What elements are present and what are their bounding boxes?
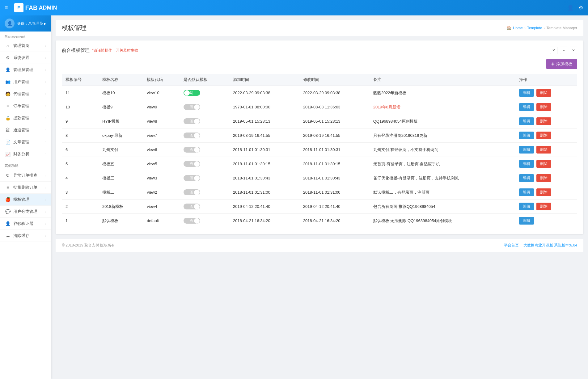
home-icon: ⌂ bbox=[5, 43, 11, 48]
breadcrumb-home[interactable]: Home bbox=[513, 26, 523, 30]
sidebar-item-user[interactable]: 👥 用户管理 › bbox=[0, 76, 51, 88]
card-collapse-button[interactable]: − bbox=[560, 47, 567, 54]
toggle-off[interactable]: 否 bbox=[184, 218, 200, 224]
sidebar-item-clear-cache[interactable]: ☁ 清除缓存 › bbox=[0, 230, 51, 242]
sidebar-item-channel[interactable]: 🏛 通道管理 › bbox=[0, 124, 51, 136]
sidebar-item-order[interactable]: ≡ 订单管理 › bbox=[0, 100, 51, 112]
card-close-button[interactable]: ✕ bbox=[570, 47, 577, 54]
sidebar-item-user-category[interactable]: 💬 用户分类管理 › bbox=[0, 206, 51, 218]
table-row: 5 模板五 view5 否 2018-11-01 01:30:15 2018-1… bbox=[62, 157, 577, 171]
header: ≡ F FAB ADMIN 👤 ⚙ bbox=[0, 0, 588, 15]
chevron-right-icon: › bbox=[45, 92, 46, 96]
chevron-right-icon: › bbox=[45, 68, 46, 72]
cell-name: 模板五 bbox=[99, 157, 143, 171]
sidebar-item-withdraw[interactable]: 🔒 提款管理 › bbox=[0, 112, 51, 124]
toggle-off[interactable]: 否 bbox=[184, 104, 200, 110]
delete-button[interactable]: 删除 bbox=[536, 203, 551, 210]
cell-modify-time: 2019-05-01 15:28:13 bbox=[299, 114, 370, 128]
breadcrumb-home-icon[interactable]: 🏠 bbox=[507, 26, 511, 30]
toggle-off[interactable]: 否 bbox=[184, 189, 200, 195]
cell-remark: QQ1968984054原创模板 bbox=[370, 114, 515, 128]
toggle-off[interactable]: 否 bbox=[184, 133, 200, 138]
footer-home-link[interactable]: 平台首页 bbox=[504, 243, 519, 248]
google-auth-icon: 👤 bbox=[5, 221, 11, 226]
logo-admin-text: ADMIN bbox=[39, 5, 57, 11]
sidebar-item-article[interactable]: 📄 文章管理 › bbox=[0, 136, 51, 148]
chevron-right-icon: › bbox=[45, 234, 46, 238]
sidebar-identity[interactable]: 👤 身份：总管理员 ▶ bbox=[0, 15, 51, 32]
lock-icon: 🔒 bbox=[5, 116, 11, 120]
edit-button[interactable]: 编辑 bbox=[519, 203, 534, 210]
delete-button[interactable]: 删除 bbox=[536, 160, 551, 168]
cell-code: view9 bbox=[143, 100, 180, 114]
cell-default: 否 bbox=[180, 200, 229, 214]
toggle-off[interactable]: 否 bbox=[184, 175, 200, 181]
template-icon: 🍎 bbox=[5, 197, 11, 202]
sidebar-item-label: 异常订单排查 bbox=[13, 173, 45, 178]
sidebar-item-finance[interactable]: 📈 财务分析 › bbox=[0, 148, 51, 160]
card-minimize-button[interactable]: ✕ bbox=[550, 47, 557, 54]
toggle-off[interactable]: 否 bbox=[184, 118, 200, 124]
delete-button[interactable]: 删除 bbox=[536, 89, 551, 97]
agent-icon: 🧑 bbox=[5, 91, 11, 96]
sidebar-item-system[interactable]: ⚙ 系统设置 › bbox=[0, 52, 51, 64]
settings-icon[interactable]: ⚙ bbox=[578, 4, 583, 11]
cell-add-time: 2018-11-01 01:30:15 bbox=[229, 157, 299, 171]
cell-id: 6 bbox=[62, 143, 99, 157]
breadcrumb-sep2: › bbox=[544, 26, 545, 30]
copyright-text: © 2018-2019 聚合支付 版权所有 bbox=[62, 243, 115, 248]
cell-code: view4 bbox=[143, 200, 180, 214]
cell-default: 否 bbox=[180, 128, 229, 143]
logo-icon: F bbox=[14, 3, 23, 12]
delete-button[interactable]: 删除 bbox=[536, 174, 551, 182]
cell-code: view8 bbox=[143, 114, 180, 128]
sidebar-item-label: 提款管理 bbox=[13, 115, 45, 121]
add-template-button[interactable]: ✚ 添加模板 bbox=[546, 59, 577, 69]
chevron-right-icon: › bbox=[45, 210, 46, 213]
gear-icon: ⚙ bbox=[5, 55, 11, 60]
toggle-off[interactable]: 否 bbox=[184, 204, 200, 209]
footer-platform-link[interactable]: 大数据商业开源版 系统版本:6.04 bbox=[523, 243, 577, 248]
sidebar-item-batch-delete[interactable]: ≡ 批量删除订单 › bbox=[0, 182, 51, 194]
toggle-off[interactable]: 否 bbox=[184, 147, 200, 153]
edit-button[interactable]: 编辑 bbox=[519, 188, 534, 196]
delete-button[interactable]: 删除 bbox=[536, 117, 551, 125]
delete-button[interactable]: 删除 bbox=[536, 103, 551, 111]
col-action: 操作 bbox=[515, 74, 577, 86]
cell-default: 否 bbox=[180, 114, 229, 128]
col-remark: 备注 bbox=[370, 74, 515, 86]
cell-modify-time: 2019-04-12 20:41:40 bbox=[299, 200, 370, 214]
cell-id: 2 bbox=[62, 200, 99, 214]
sidebar-item-home[interactable]: ⌂ 管理首页 › bbox=[0, 40, 51, 52]
sidebar-item-agent[interactable]: 🧑 代理管理 › bbox=[0, 88, 51, 100]
edit-button[interactable]: 编辑 bbox=[519, 132, 534, 139]
cell-remark: 雀仔优化模板-有登录页，注册页，支持手机浏览 bbox=[370, 171, 515, 185]
cell-remark: 包含所有页面-推荐QQ1968984054 bbox=[370, 200, 515, 214]
edit-button[interactable]: 编辑 bbox=[519, 103, 534, 111]
delete-button[interactable]: 删除 bbox=[536, 188, 551, 196]
toggle-on[interactable]: 是 bbox=[184, 90, 200, 96]
edit-button[interactable]: 编辑 bbox=[519, 174, 534, 182]
delete-button[interactable]: 删除 bbox=[536, 146, 551, 154]
plus-icon: ✚ bbox=[551, 62, 555, 66]
col-modify-time: 修改时间 bbox=[299, 74, 370, 86]
table-row: 9 HYIP模板 view8 否 2019-05-01 15:28:13 201… bbox=[62, 114, 577, 128]
col-code: 模板代码 bbox=[143, 74, 180, 86]
sidebar-item-template[interactable]: 🍎 模板管理 › bbox=[0, 194, 51, 206]
toggle-off[interactable]: 否 bbox=[184, 161, 200, 167]
menu-toggle-icon[interactable]: ≡ bbox=[5, 5, 8, 11]
user-icon[interactable]: 👤 bbox=[567, 4, 574, 11]
sidebar-item-google-auth[interactable]: 👤 谷歌验证器 › bbox=[0, 218, 51, 230]
delete-button[interactable]: 删除 bbox=[536, 132, 551, 139]
edit-button[interactable]: 编辑 bbox=[519, 146, 534, 154]
edit-button[interactable]: 编辑 bbox=[519, 217, 534, 225]
sidebar-item-abnormal-order[interactable]: ↻ 异常订单排查 › bbox=[0, 170, 51, 182]
cell-code: view6 bbox=[143, 143, 180, 157]
cell-add-time: 2018-11-01 01:30:31 bbox=[229, 143, 299, 157]
sidebar-item-admin[interactable]: 👤 管理员管理 › bbox=[0, 64, 51, 76]
edit-button[interactable]: 编辑 bbox=[519, 117, 534, 125]
breadcrumb-template[interactable]: Template bbox=[527, 26, 542, 30]
chevron-right-icon: › bbox=[45, 44, 46, 48]
edit-button[interactable]: 编辑 bbox=[519, 160, 534, 168]
edit-button[interactable]: 编辑 bbox=[519, 89, 534, 97]
